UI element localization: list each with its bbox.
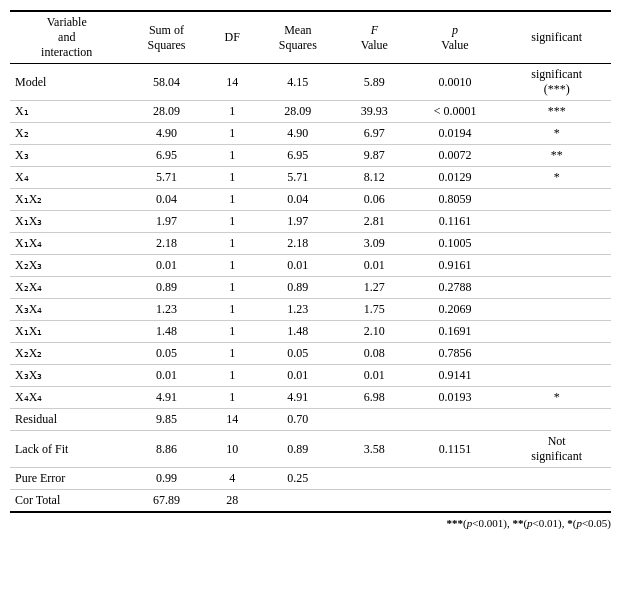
cell-significant: ***: [502, 101, 611, 123]
cell-ss: 0.01: [123, 255, 209, 277]
table-row: X₁X₂0.0410.040.060.8059: [10, 189, 611, 211]
table-row: Cor Total67.8928: [10, 490, 611, 513]
cell-significant: [502, 233, 611, 255]
cell-fval: 0.01: [341, 365, 408, 387]
cell-ss: 8.86: [123, 431, 209, 468]
cell-ss: 9.85: [123, 409, 209, 431]
cell-pval: 0.2788: [408, 277, 503, 299]
cell-variable: X₃: [10, 145, 123, 167]
table-row: X₂X₄0.8910.891.270.2788: [10, 277, 611, 299]
cell-ms: 4.91: [255, 387, 341, 409]
cell-ms: 0.70: [255, 409, 341, 431]
cell-pval: 0.7856: [408, 343, 503, 365]
cell-ss: 2.18: [123, 233, 209, 255]
col-ms: MeanSquares: [255, 11, 341, 64]
cell-pval: 0.0194: [408, 123, 503, 145]
cell-pval: 0.0193: [408, 387, 503, 409]
cell-fval: 9.87: [341, 145, 408, 167]
cell-pval: [408, 409, 503, 431]
cell-df: 1: [209, 189, 254, 211]
cell-ms: 0.01: [255, 255, 341, 277]
cell-fval: [341, 468, 408, 490]
cell-ms: 0.04: [255, 189, 341, 211]
cell-ss: 6.95: [123, 145, 209, 167]
cell-fval: 2.10: [341, 321, 408, 343]
table-row: X₂X₂0.0510.050.080.7856: [10, 343, 611, 365]
cell-variable: X₂X₄: [10, 277, 123, 299]
col-variable: Variableandinteraction: [10, 11, 123, 64]
table-row: Lack of Fit8.86100.893.580.1151Notsignif…: [10, 431, 611, 468]
cell-fval: 6.98: [341, 387, 408, 409]
cell-pval: 0.0072: [408, 145, 503, 167]
table-header: Variableandinteraction Sum ofSquares DF …: [10, 11, 611, 64]
cell-significant: [502, 468, 611, 490]
cell-pval: 0.9141: [408, 365, 503, 387]
cell-ms: 2.18: [255, 233, 341, 255]
cell-variable: Model: [10, 64, 123, 101]
cell-variable: Cor Total: [10, 490, 123, 513]
cell-pval: 0.9161: [408, 255, 503, 277]
table-row: Pure Error0.9940.25: [10, 468, 611, 490]
cell-variable: X₂X₂: [10, 343, 123, 365]
cell-fval: 1.75: [341, 299, 408, 321]
cell-fval: 3.58: [341, 431, 408, 468]
table-row: X₁X₄2.1812.183.090.1005: [10, 233, 611, 255]
cell-variable: Pure Error: [10, 468, 123, 490]
cell-pval: 0.1691: [408, 321, 503, 343]
cell-ms: 4.15: [255, 64, 341, 101]
cell-variable: X₂: [10, 123, 123, 145]
table-row: X₃X₃0.0110.010.010.9141: [10, 365, 611, 387]
cell-df: 1: [209, 387, 254, 409]
cell-df: 1: [209, 101, 254, 123]
cell-variable: X₃X₄: [10, 299, 123, 321]
cell-significant: [502, 365, 611, 387]
cell-variable: X₁X₄: [10, 233, 123, 255]
cell-df: 1: [209, 343, 254, 365]
cell-significant: [502, 277, 611, 299]
cell-df: 1: [209, 167, 254, 189]
cell-ss: 28.09: [123, 101, 209, 123]
cell-df: 1: [209, 145, 254, 167]
table-row: X₁X₁1.4811.482.100.1691: [10, 321, 611, 343]
table-row: Model58.04144.155.890.0010significant(**…: [10, 64, 611, 101]
table-row: X₄X₄4.9114.916.980.0193*: [10, 387, 611, 409]
cell-significant: [502, 255, 611, 277]
cell-ss: 4.91: [123, 387, 209, 409]
cell-significant: [502, 321, 611, 343]
cell-ss: 4.90: [123, 123, 209, 145]
cell-df: 28: [209, 490, 254, 513]
cell-ms: 1.48: [255, 321, 341, 343]
cell-ms: 1.23: [255, 299, 341, 321]
cell-variable: X₄X₄: [10, 387, 123, 409]
cell-ss: 5.71: [123, 167, 209, 189]
cell-significant: Notsignificant: [502, 431, 611, 468]
table-footnote: ***(p<0.001), **(p<0.01), *(p<0.05): [10, 517, 611, 529]
cell-pval: < 0.0001: [408, 101, 503, 123]
cell-significant: [502, 343, 611, 365]
table-row: X₁X₃1.9711.972.810.1161: [10, 211, 611, 233]
cell-ms: 0.25: [255, 468, 341, 490]
cell-ms: 0.89: [255, 431, 341, 468]
cell-ms: 0.01: [255, 365, 341, 387]
anova-table: Variableandinteraction Sum ofSquares DF …: [10, 10, 611, 513]
cell-pval: 0.1151: [408, 431, 503, 468]
cell-ms: 0.89: [255, 277, 341, 299]
cell-df: 1: [209, 321, 254, 343]
cell-fval: 3.09: [341, 233, 408, 255]
cell-significant: *: [502, 123, 611, 145]
cell-significant: [502, 490, 611, 513]
cell-significant: *: [502, 167, 611, 189]
cell-df: 14: [209, 64, 254, 101]
cell-fval: [341, 409, 408, 431]
cell-df: 10: [209, 431, 254, 468]
table-row: X₂4.9014.906.970.0194*: [10, 123, 611, 145]
cell-pval: 0.1005: [408, 233, 503, 255]
cell-ms: [255, 490, 341, 513]
cell-pval: 0.8059: [408, 189, 503, 211]
cell-ss: 0.05: [123, 343, 209, 365]
cell-pval: 0.0010: [408, 64, 503, 101]
cell-ss: 0.04: [123, 189, 209, 211]
cell-variable: X₄: [10, 167, 123, 189]
cell-variable: X₃X₃: [10, 365, 123, 387]
cell-significant: significant(***): [502, 64, 611, 101]
